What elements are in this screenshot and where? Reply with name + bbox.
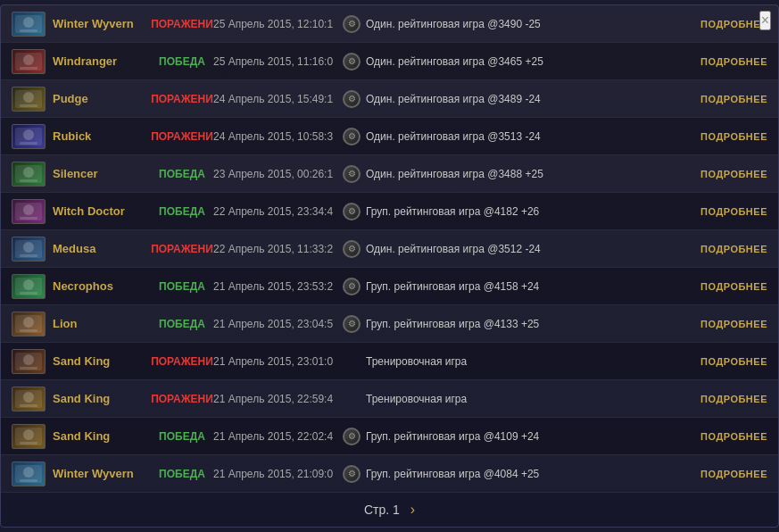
svg-rect-38	[20, 479, 37, 482]
close-button[interactable]: ×	[759, 11, 771, 30]
game-type: Тренировочная игра	[366, 355, 696, 368]
details-button[interactable]: ПОДРОБНЕЕ	[696, 56, 767, 67]
details-button[interactable]: ПОДРОБНЕЕ	[696, 394, 767, 404]
match-date: 23 Апрель 2015, 00:26:1	[213, 168, 343, 180]
hero-name: Sand King	[53, 354, 151, 368]
details-button[interactable]: ПОДРОБНЕЕ	[696, 169, 767, 179]
svg-rect-32	[20, 404, 37, 407]
table-row: Sand KingПОРАЖЕНИ21 Апрель 2015, 23:01:0…	[1, 343, 778, 380]
table-row: Winter WyvernПОБЕДА21 Апрель 2015, 21:09…	[1, 455, 778, 493]
rating-icon	[343, 315, 360, 333]
game-type: Груп. рейтинговая игра @4133 +25	[366, 318, 696, 330]
hero-avatar	[12, 12, 46, 37]
details-button[interactable]: ПОДРОБНЕЕ	[696, 244, 767, 254]
hero-avatar	[12, 87, 46, 112]
table-row: RubickПОРАЖЕНИ24 Апрель 2015, 10:58:3Оди…	[1, 118, 778, 155]
match-result: ПОРАЖЕНИ	[151, 243, 213, 255]
rating-icon	[343, 53, 360, 71]
details-button[interactable]: ПОДРОБНЕЕ	[696, 281, 767, 292]
match-result: ПОРАЖЕНИ	[151, 393, 213, 405]
svg-point-16	[23, 204, 34, 215]
game-type: Груп. рейтинговая игра @4158 +24	[366, 280, 696, 293]
hero-avatar	[12, 237, 46, 262]
svg-point-4	[23, 54, 34, 65]
svg-rect-35	[20, 442, 37, 445]
page-label: Стр. 1	[364, 503, 400, 517]
table-row: WindrangerПОБЕДА25 Апрель 2015, 11:16:0О…	[1, 43, 778, 80]
rating-icon	[343, 90, 360, 108]
svg-point-1	[23, 17, 34, 28]
hero-name: Necrophos	[53, 279, 151, 293]
hero-name: Witch Doctor	[53, 204, 151, 218]
hero-name: Rubick	[53, 129, 151, 143]
details-button[interactable]: ПОДРОБНЕЕ	[696, 431, 767, 442]
rating-icon	[343, 165, 360, 183]
rating-icon	[343, 465, 360, 483]
game-type: Один. рейтинговая игра @3489 -24	[366, 93, 696, 105]
hero-name: Sand King	[53, 429, 151, 443]
game-type: Один. рейтинговая игра @3513 -24	[366, 130, 696, 143]
match-date: 24 Апрель 2015, 15:49:1	[213, 93, 343, 105]
hero-avatar	[12, 162, 46, 187]
hero-avatar	[12, 349, 46, 374]
next-page-button[interactable]: ›	[410, 502, 415, 518]
match-result: ПОБЕДА	[151, 55, 213, 68]
svg-rect-5	[20, 67, 37, 70]
table-row: MedusaПОРАЖЕНИ22 Апрель 2015, 11:33:2Оди…	[1, 230, 778, 268]
svg-point-31	[23, 392, 34, 403]
details-button[interactable]: ПОДРОБНЕЕ	[696, 206, 767, 217]
table-row: Sand KingПОБЕДА21 Апрель 2015, 22:02:4Гр…	[1, 418, 778, 455]
match-date: 25 Апрель 2015, 12:10:1	[213, 18, 343, 30]
match-result: ПОБЕДА	[151, 318, 213, 330]
svg-rect-11	[20, 142, 37, 145]
hero-avatar	[12, 387, 46, 411]
details-button[interactable]: ПОДРОБНЕЕ	[696, 19, 767, 29]
match-date: 21 Апрель 2015, 23:53:2	[213, 280, 343, 293]
match-result: ПОРАЖЕНИ	[151, 355, 213, 368]
table-row: Witch DoctorПОБЕДА22 Апрель 2015, 23:34:…	[1, 193, 778, 230]
hero-name: Pudge	[53, 92, 151, 105]
hero-avatar	[12, 461, 46, 486]
hero-avatar	[12, 199, 46, 224]
hero-name: Sand King	[53, 392, 151, 405]
hero-name: Medusa	[53, 242, 151, 255]
hero-avatar	[12, 312, 46, 337]
match-date: 21 Апрель 2015, 23:04:5	[213, 318, 343, 330]
table-row: PudgeПОРАЖЕНИ24 Апрель 2015, 15:49:1Один…	[1, 80, 778, 118]
table-row: SilencerПОБЕДА23 Апрель 2015, 00:26:1Оди…	[1, 155, 778, 193]
hero-name: Lion	[53, 317, 151, 330]
game-type: Один. рейтинговая игра @3490 -25	[366, 18, 696, 30]
rating-icon	[343, 128, 360, 145]
svg-point-13	[23, 167, 34, 178]
hero-name: Windranger	[53, 54, 151, 68]
hero-name: Winter Wyvern	[53, 17, 151, 30]
match-result: ПОБЕДА	[151, 168, 213, 180]
match-date: 21 Апрель 2015, 22:59:4	[213, 393, 343, 405]
pagination-footer: Стр. 1 ›	[1, 493, 778, 527]
match-date: 21 Апрель 2015, 23:01:0	[213, 355, 343, 368]
game-type: Один. рейтинговая игра @3488 +25	[366, 168, 696, 180]
svg-point-22	[23, 279, 34, 290]
svg-rect-8	[20, 104, 37, 107]
details-button[interactable]: ПОДРОБНЕЕ	[696, 469, 767, 479]
hero-avatar	[12, 424, 46, 449]
svg-point-25	[23, 317, 34, 328]
match-date: 22 Апрель 2015, 11:33:2	[213, 243, 343, 255]
svg-rect-26	[20, 329, 37, 332]
rating-icon	[343, 203, 360, 220]
svg-point-19	[23, 242, 34, 253]
details-button[interactable]: ПОДРОБНЕЕ	[696, 319, 767, 329]
table-row: Winter WyvernПОРАЖЕНИ25 Апрель 2015, 12:…	[1, 5, 778, 43]
details-button[interactable]: ПОДРОБНЕЕ	[696, 356, 767, 367]
match-date: 24 Апрель 2015, 10:58:3	[213, 130, 343, 143]
details-button[interactable]: ПОДРОБНЕЕ	[696, 94, 767, 104]
rating-icon	[343, 15, 360, 33]
match-result: ПОБЕДА	[151, 468, 213, 480]
match-date: 25 Апрель 2015, 11:16:0	[213, 55, 343, 68]
svg-rect-23	[20, 292, 37, 295]
svg-point-7	[23, 92, 34, 103]
hero-avatar	[12, 124, 46, 149]
game-type: Один. рейтинговая игра @3465 +25	[366, 55, 696, 68]
details-button[interactable]: ПОДРОБНЕЕ	[696, 131, 767, 142]
svg-rect-2	[20, 29, 37, 32]
